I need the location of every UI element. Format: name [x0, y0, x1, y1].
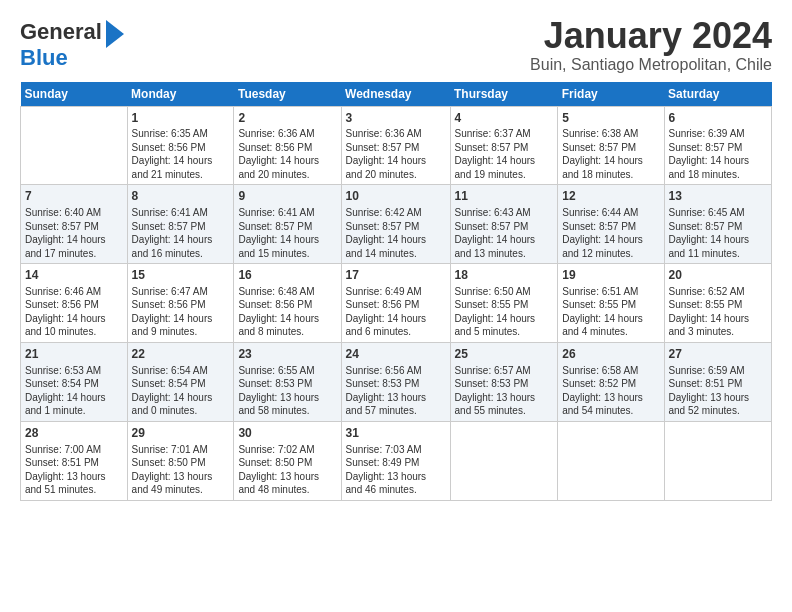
- day-number: 30: [238, 425, 336, 442]
- calendar-cell: 31Sunrise: 7:03 AM Sunset: 8:49 PM Dayli…: [341, 421, 450, 500]
- logo-arrow-icon: [106, 20, 124, 48]
- calendar-cell: 2Sunrise: 6:36 AM Sunset: 8:56 PM Daylig…: [234, 106, 341, 185]
- day-number: 31: [346, 425, 446, 442]
- calendar-header-row: SundayMondayTuesdayWednesdayThursdayFrid…: [21, 82, 772, 107]
- cell-text: Sunrise: 6:58 AM Sunset: 8:52 PM Dayligh…: [562, 364, 659, 418]
- day-number: 20: [669, 267, 768, 284]
- day-number: 29: [132, 425, 230, 442]
- calendar-table: SundayMondayTuesdayWednesdayThursdayFrid…: [20, 82, 772, 501]
- cell-text: Sunrise: 7:03 AM Sunset: 8:49 PM Dayligh…: [346, 443, 446, 497]
- page: General Blue January 2024 Buin, Santiago…: [0, 0, 792, 511]
- calendar-cell: 13Sunrise: 6:45 AM Sunset: 8:57 PM Dayli…: [664, 185, 772, 264]
- calendar-cell: 3Sunrise: 6:36 AM Sunset: 8:57 PM Daylig…: [341, 106, 450, 185]
- cell-text: Sunrise: 6:40 AM Sunset: 8:57 PM Dayligh…: [25, 206, 123, 260]
- calendar-cell: 7Sunrise: 6:40 AM Sunset: 8:57 PM Daylig…: [21, 185, 128, 264]
- calendar-cell: 21Sunrise: 6:53 AM Sunset: 8:54 PM Dayli…: [21, 342, 128, 421]
- calendar-header-tuesday: Tuesday: [234, 82, 341, 107]
- calendar-cell: 16Sunrise: 6:48 AM Sunset: 8:56 PM Dayli…: [234, 264, 341, 343]
- calendar-header-saturday: Saturday: [664, 82, 772, 107]
- calendar-cell: 25Sunrise: 6:57 AM Sunset: 8:53 PM Dayli…: [450, 342, 558, 421]
- day-number: 6: [669, 110, 768, 127]
- calendar-header-sunday: Sunday: [21, 82, 128, 107]
- calendar-cell: [664, 421, 772, 500]
- cell-text: Sunrise: 6:44 AM Sunset: 8:57 PM Dayligh…: [562, 206, 659, 260]
- cell-text: Sunrise: 7:02 AM Sunset: 8:50 PM Dayligh…: [238, 443, 336, 497]
- cell-text: Sunrise: 6:48 AM Sunset: 8:56 PM Dayligh…: [238, 285, 336, 339]
- day-number: 17: [346, 267, 446, 284]
- cell-text: Sunrise: 6:45 AM Sunset: 8:57 PM Dayligh…: [669, 206, 768, 260]
- calendar-cell: [450, 421, 558, 500]
- calendar-week-row: 1Sunrise: 6:35 AM Sunset: 8:56 PM Daylig…: [21, 106, 772, 185]
- calendar-week-row: 28Sunrise: 7:00 AM Sunset: 8:51 PM Dayli…: [21, 421, 772, 500]
- cell-text: Sunrise: 6:53 AM Sunset: 8:54 PM Dayligh…: [25, 364, 123, 418]
- day-number: 22: [132, 346, 230, 363]
- day-number: 7: [25, 188, 123, 205]
- logo-text-general: General: [20, 20, 102, 44]
- calendar-cell: 18Sunrise: 6:50 AM Sunset: 8:55 PM Dayli…: [450, 264, 558, 343]
- calendar-cell: 4Sunrise: 6:37 AM Sunset: 8:57 PM Daylig…: [450, 106, 558, 185]
- day-number: 26: [562, 346, 659, 363]
- cell-text: Sunrise: 6:36 AM Sunset: 8:56 PM Dayligh…: [238, 127, 336, 181]
- day-number: 24: [346, 346, 446, 363]
- cell-text: Sunrise: 6:35 AM Sunset: 8:56 PM Dayligh…: [132, 127, 230, 181]
- calendar-header-monday: Monday: [127, 82, 234, 107]
- title-block: January 2024 Buin, Santiago Metropolitan…: [530, 16, 772, 74]
- cell-text: Sunrise: 6:41 AM Sunset: 8:57 PM Dayligh…: [132, 206, 230, 260]
- day-number: 9: [238, 188, 336, 205]
- day-number: 4: [455, 110, 554, 127]
- day-number: 8: [132, 188, 230, 205]
- calendar-cell: 24Sunrise: 6:56 AM Sunset: 8:53 PM Dayli…: [341, 342, 450, 421]
- cell-text: Sunrise: 6:49 AM Sunset: 8:56 PM Dayligh…: [346, 285, 446, 339]
- cell-text: Sunrise: 6:38 AM Sunset: 8:57 PM Dayligh…: [562, 127, 659, 181]
- cell-text: Sunrise: 6:39 AM Sunset: 8:57 PM Dayligh…: [669, 127, 768, 181]
- calendar-header-friday: Friday: [558, 82, 664, 107]
- logo-text-blue: Blue: [20, 46, 124, 70]
- calendar-cell: 10Sunrise: 6:42 AM Sunset: 8:57 PM Dayli…: [341, 185, 450, 264]
- day-number: 28: [25, 425, 123, 442]
- calendar-cell: [21, 106, 128, 185]
- cell-text: Sunrise: 6:46 AM Sunset: 8:56 PM Dayligh…: [25, 285, 123, 339]
- cell-text: Sunrise: 7:00 AM Sunset: 8:51 PM Dayligh…: [25, 443, 123, 497]
- cell-text: Sunrise: 6:50 AM Sunset: 8:55 PM Dayligh…: [455, 285, 554, 339]
- day-number: 18: [455, 267, 554, 284]
- cell-text: Sunrise: 6:59 AM Sunset: 8:51 PM Dayligh…: [669, 364, 768, 418]
- calendar-header-thursday: Thursday: [450, 82, 558, 107]
- day-number: 2: [238, 110, 336, 127]
- day-number: 23: [238, 346, 336, 363]
- main-title: January 2024: [530, 16, 772, 56]
- calendar-cell: 29Sunrise: 7:01 AM Sunset: 8:50 PM Dayli…: [127, 421, 234, 500]
- calendar-cell: 11Sunrise: 6:43 AM Sunset: 8:57 PM Dayli…: [450, 185, 558, 264]
- calendar-cell: 1Sunrise: 6:35 AM Sunset: 8:56 PM Daylig…: [127, 106, 234, 185]
- calendar-cell: 30Sunrise: 7:02 AM Sunset: 8:50 PM Dayli…: [234, 421, 341, 500]
- calendar-cell: 9Sunrise: 6:41 AM Sunset: 8:57 PM Daylig…: [234, 185, 341, 264]
- cell-text: Sunrise: 6:52 AM Sunset: 8:55 PM Dayligh…: [669, 285, 768, 339]
- calendar-cell: 14Sunrise: 6:46 AM Sunset: 8:56 PM Dayli…: [21, 264, 128, 343]
- calendar-week-row: 14Sunrise: 6:46 AM Sunset: 8:56 PM Dayli…: [21, 264, 772, 343]
- day-number: 13: [669, 188, 768, 205]
- calendar-cell: 17Sunrise: 6:49 AM Sunset: 8:56 PM Dayli…: [341, 264, 450, 343]
- day-number: 21: [25, 346, 123, 363]
- cell-text: Sunrise: 6:56 AM Sunset: 8:53 PM Dayligh…: [346, 364, 446, 418]
- calendar-cell: 28Sunrise: 7:00 AM Sunset: 8:51 PM Dayli…: [21, 421, 128, 500]
- subtitle: Buin, Santiago Metropolitan, Chile: [530, 56, 772, 74]
- day-number: 16: [238, 267, 336, 284]
- cell-text: Sunrise: 6:54 AM Sunset: 8:54 PM Dayligh…: [132, 364, 230, 418]
- calendar-cell: 19Sunrise: 6:51 AM Sunset: 8:55 PM Dayli…: [558, 264, 664, 343]
- cell-text: Sunrise: 6:41 AM Sunset: 8:57 PM Dayligh…: [238, 206, 336, 260]
- calendar-cell: 22Sunrise: 6:54 AM Sunset: 8:54 PM Dayli…: [127, 342, 234, 421]
- calendar-cell: 27Sunrise: 6:59 AM Sunset: 8:51 PM Dayli…: [664, 342, 772, 421]
- day-number: 15: [132, 267, 230, 284]
- calendar-cell: 5Sunrise: 6:38 AM Sunset: 8:57 PM Daylig…: [558, 106, 664, 185]
- header: General Blue January 2024 Buin, Santiago…: [20, 16, 772, 74]
- cell-text: Sunrise: 6:47 AM Sunset: 8:56 PM Dayligh…: [132, 285, 230, 339]
- day-number: 14: [25, 267, 123, 284]
- cell-text: Sunrise: 6:37 AM Sunset: 8:57 PM Dayligh…: [455, 127, 554, 181]
- cell-text: Sunrise: 6:57 AM Sunset: 8:53 PM Dayligh…: [455, 364, 554, 418]
- day-number: 1: [132, 110, 230, 127]
- calendar-cell: 15Sunrise: 6:47 AM Sunset: 8:56 PM Dayli…: [127, 264, 234, 343]
- day-number: 25: [455, 346, 554, 363]
- calendar-week-row: 21Sunrise: 6:53 AM Sunset: 8:54 PM Dayli…: [21, 342, 772, 421]
- calendar-header-wednesday: Wednesday: [341, 82, 450, 107]
- calendar-cell: 12Sunrise: 6:44 AM Sunset: 8:57 PM Dayli…: [558, 185, 664, 264]
- calendar-week-row: 7Sunrise: 6:40 AM Sunset: 8:57 PM Daylig…: [21, 185, 772, 264]
